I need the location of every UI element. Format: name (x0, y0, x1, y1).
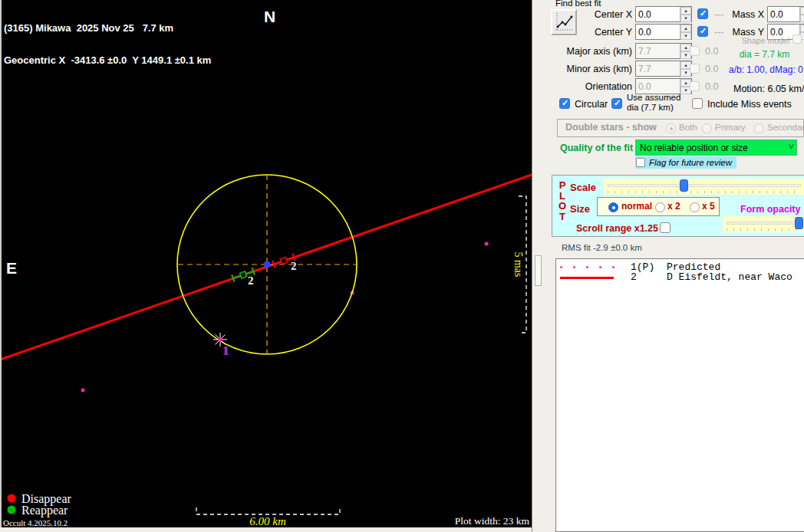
scale-slider-ticks (608, 191, 801, 193)
include-miss-events-checkbox[interactable] (692, 98, 703, 109)
use-assumed-dia-checkbox[interactable] (611, 98, 622, 109)
quality-of-fit-value: No reliable position or size (640, 143, 748, 153)
flag-review-checkbox[interactable] (636, 158, 645, 167)
scroll-range-checkbox[interactable] (660, 222, 671, 233)
center-y-value[interactable]: 0.0 (636, 25, 680, 39)
center-y-checkbox[interactable] (697, 26, 708, 37)
center-x-input[interactable]: 0.0 (635, 6, 692, 22)
form-opacity-slider-thumb[interactable] (795, 217, 803, 229)
fit-control-panel: Find best fit Center X 0.0 --- Mass X 0.… (532, 0, 804, 532)
double-stars-primary-label: Primary (715, 123, 746, 132)
size-x2-label: x 2 (667, 201, 680, 212)
station-name: D Eisfeldt, near Waco (667, 271, 792, 283)
scroll-range-label: Scroll range x1.25 (576, 223, 658, 234)
predicted-point-label: 1 (223, 344, 229, 357)
center-y-input[interactable]: 0.0 (635, 24, 692, 40)
center-y-label: Center Y (562, 27, 632, 38)
size-x2-radio[interactable] (655, 202, 665, 212)
reappear-legend-icon (8, 506, 16, 514)
scale-label: Scale (570, 182, 596, 193)
station2-d-label: 2 (291, 260, 297, 272)
double-stars-group: Double stars - show Both Primary Seconda… (557, 119, 804, 137)
double-stars-secondary-radio[interactable] (754, 123, 764, 133)
mass-x-value[interactable]: 0.0 (768, 7, 799, 21)
predicted-track-swatch (560, 266, 618, 269)
diameter-info-label: dia = 7.7 km (724, 49, 804, 60)
fitted-center-dot (264, 261, 271, 268)
plot-title-line1: (3165) Mikawa 2025 Nov 25 7.7 km (4, 23, 211, 34)
orientation-value: 0.0 (636, 79, 680, 94)
include-miss-events-label: Include Miss events (707, 99, 792, 110)
quality-of-fit-label: Quality of the fit (560, 143, 633, 153)
window-edge (0, 0, 2, 527)
mass-x-label: Mass X (730, 9, 764, 20)
size-normal-radio[interactable] (608, 202, 618, 212)
vertical-scale-label: 5 mas (512, 251, 524, 277)
scale-slider-groove (608, 184, 801, 187)
use-assumed-label-line1: Use assumed (627, 93, 680, 102)
shape-model-checkbox[interactable] (792, 34, 802, 44)
center-x-linked-label: --- (714, 9, 724, 20)
orientation-checkbox (690, 81, 700, 91)
minor-axis-checkbox (690, 64, 700, 74)
double-stars-label: Double stars - show (565, 122, 657, 133)
rms-fit-label: RMS fit -2.9 ±0.0 km (562, 243, 642, 252)
minor-axis-label: Minor axis (km) (554, 64, 632, 74)
size-x5-radio[interactable] (690, 202, 700, 212)
scale-slider[interactable] (604, 179, 804, 195)
motion-info-label: Motion: 6.05 km/s (733, 84, 804, 94)
center-y-spinner[interactable] (680, 25, 691, 39)
double-stars-both-radio[interactable] (666, 123, 676, 133)
center-x-spinner[interactable] (680, 7, 691, 21)
occultation-plot-canvas[interactable]: 2 2 1 1 5 mas 6 (0, 0, 532, 527)
size-label: Size (570, 203, 590, 215)
center-x-checkbox[interactable] (697, 8, 708, 19)
center-x-label: Center X (562, 9, 632, 20)
scale-slider-thumb[interactable] (680, 179, 688, 192)
plot-letter-l: L (557, 191, 568, 202)
panel-scrollbar-fragment[interactable] (535, 255, 542, 286)
mass-x-input[interactable]: 0.0 (767, 6, 804, 22)
predicted-path-dot (485, 242, 489, 246)
major-axis-err: 0.0 (705, 46, 718, 57)
north-direction-label: N (264, 8, 275, 26)
plot-controls-box: P L O T Scale Size normal x 2 x 5 Form o… (552, 175, 804, 237)
major-axis-label: Major axis (km) (554, 46, 632, 57)
major-axis-checkbox (690, 46, 700, 56)
predicted-path-dot (81, 389, 85, 392)
station-id: 2 (631, 271, 667, 283)
horizontal-scale-label: 6.00 km (249, 515, 286, 527)
minor-axis-input: 7.7 (635, 61, 692, 77)
east-direction-label: E (6, 259, 17, 277)
station2-track-swatch (560, 277, 614, 279)
double-stars-both-label: Both (679, 123, 697, 132)
circular-label: Circular (575, 99, 608, 110)
mass-x-spinner[interactable] (799, 7, 804, 21)
minor-axis-err: 0.0 (705, 64, 718, 74)
occult-plot-window: 2 2 1 1 5 mas 6 (0, 0, 804, 532)
size-normal-label: normal (621, 201, 652, 212)
station-row-text: 2D Eisfeldt, near Waco (631, 271, 792, 283)
app-version-label: Occult 4.2025.10.2 (3, 518, 68, 527)
plot-letter-o: O (557, 201, 568, 212)
form-opacity-slider[interactable] (723, 216, 804, 232)
center-x-value[interactable]: 0.0 (636, 7, 680, 21)
size-radio-group: normal x 2 x 5 (597, 197, 720, 216)
minor-axis-value: 7.7 (636, 61, 680, 76)
plot-title: (3165) Mikawa 2025 Nov 25 7.7 km Geocent… (4, 2, 211, 87)
shape-model-label: Shape model (709, 36, 789, 45)
circular-checkbox[interactable] (559, 98, 570, 109)
quality-of-fit-dropdown[interactable]: No reliable position or size (635, 140, 797, 156)
orientation-label: Orientation (554, 81, 632, 92)
orientation-input: 0.0 (635, 78, 692, 94)
flag-review-label: Flag for future review (649, 158, 732, 167)
disappear-legend-icon (8, 494, 16, 503)
station-list[interactable]: 1(P)Predicted 2D Eisfeldt, near Waco (555, 258, 804, 532)
reappear-legend-label: Reappear (21, 504, 68, 517)
major-axis-value: 7.7 (636, 44, 680, 58)
form-opacity-slider-ticks (727, 228, 801, 231)
double-stars-primary-radio[interactable] (702, 123, 712, 133)
find-best-fit-label: Find best fit (555, 0, 601, 8)
form-opacity-label: Form opacity (740, 204, 801, 215)
flag-review-row: Flag for future review (635, 156, 736, 169)
